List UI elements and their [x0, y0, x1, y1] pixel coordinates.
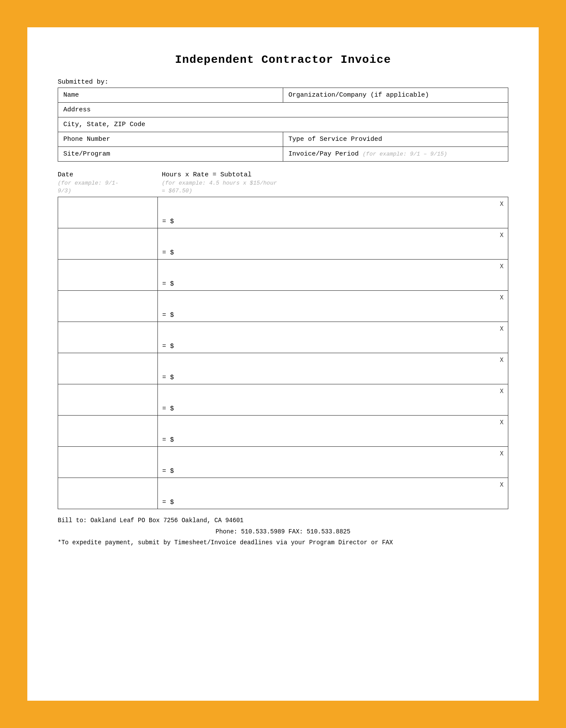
equals-dollar: = $	[162, 405, 174, 413]
column-headers-row: Date Hours x Rate = Subtotal	[58, 171, 508, 179]
field-service-type[interactable]: Type of Service Provided	[283, 132, 508, 147]
field-phone[interactable]: Phone Number	[58, 132, 283, 147]
field-city-state-zip[interactable]: City, State, ZIP Code	[58, 117, 508, 132]
field-address[interactable]: Address	[58, 103, 508, 117]
x-mark: X	[500, 294, 504, 301]
line-items-table: X= $X= $X= $X= $X= $X= $X= $X= $X= $X= $	[58, 197, 508, 509]
x-mark: X	[500, 232, 504, 239]
line-item-row: X= $	[58, 447, 508, 478]
calc-cell-8[interactable]: X= $	[158, 447, 508, 478]
hours-column-header: Hours x Rate = Subtotal	[157, 171, 508, 179]
date-cell-1[interactable]	[58, 228, 158, 260]
line-item-row: X= $	[58, 228, 508, 260]
footer-line3: *To expedite payment, submit by Timeshee…	[58, 537, 508, 548]
date-cell-8[interactable]	[58, 447, 158, 478]
equals-dollar: = $	[162, 312, 174, 319]
calc-cell-1[interactable]: X= $	[158, 228, 508, 260]
x-mark: X	[500, 388, 504, 395]
x-mark: X	[500, 357, 504, 364]
x-mark: X	[500, 325, 504, 332]
equals-dollar: = $	[162, 280, 174, 288]
date-cell-9[interactable]	[58, 478, 158, 509]
line-item-row: X= $	[58, 353, 508, 384]
info-row-phone-service: Phone Number Type of Service Provided	[58, 132, 508, 147]
page-title: Independent Contractor Invoice	[58, 53, 508, 66]
info-row-site-period: Site/Program Invoice/Pay Period (for exa…	[58, 147, 508, 162]
footer-line1: Bill to: Oakland Leaf PO Box 7256 Oaklan…	[58, 515, 508, 526]
date-cell-4[interactable]	[58, 322, 158, 353]
calc-cell-4[interactable]: X= $	[158, 322, 508, 353]
line-item-row: X= $	[58, 322, 508, 353]
info-row-address: Address	[58, 103, 508, 117]
equals-dollar: = $	[162, 218, 174, 225]
line-item-row: X= $	[58, 384, 508, 416]
date-cell-7[interactable]	[58, 416, 158, 447]
equals-dollar: = $	[162, 468, 174, 475]
x-mark: X	[500, 481, 504, 488]
calc-cell-6[interactable]: X= $	[158, 384, 508, 416]
line-item-row: X= $	[58, 260, 508, 291]
date-cell-5[interactable]	[58, 353, 158, 384]
x-mark: X	[500, 419, 504, 426]
equals-dollar: = $	[162, 436, 174, 444]
calc-cell-5[interactable]: X= $	[158, 353, 508, 384]
hours-column-example: (for example: 4.5 hours x $15/hour = $67…	[157, 179, 508, 195]
date-cell-3[interactable]	[58, 291, 158, 322]
x-mark: X	[500, 201, 504, 208]
footer-line2: Phone: 510.533.5989 FAX: 510.533.8825	[58, 526, 508, 537]
field-site-program[interactable]: Site/Program	[58, 147, 283, 162]
x-mark: X	[500, 263, 504, 270]
calc-cell-9[interactable]: X= $	[158, 478, 508, 509]
calc-cell-2[interactable]: X= $	[158, 260, 508, 291]
line-item-row: X= $	[58, 478, 508, 509]
field-invoice-period[interactable]: Invoice/Pay Period (for example: 9/1 – 9…	[283, 147, 508, 162]
calc-cell-3[interactable]: X= $	[158, 291, 508, 322]
date-column-example: (for example: 9/1- 9/3)	[58, 179, 157, 195]
equals-dollar: = $	[162, 343, 174, 350]
invoice-page: Independent Contractor Invoice Submitted…	[26, 26, 540, 702]
date-column-header: Date	[58, 171, 157, 179]
info-row-city: City, State, ZIP Code	[58, 117, 508, 132]
equals-dollar: = $	[162, 499, 174, 506]
equals-dollar: = $	[162, 249, 174, 257]
submitted-by-label: Submitted by:	[58, 78, 508, 86]
calc-cell-7[interactable]: X= $	[158, 416, 508, 447]
column-examples-row: (for example: 9/1- 9/3) (for example: 4.…	[58, 179, 508, 195]
date-cell-0[interactable]	[58, 197, 158, 228]
field-name[interactable]: Name	[58, 88, 283, 103]
calc-cell-0[interactable]: X= $	[158, 197, 508, 228]
line-item-row: X= $	[58, 197, 508, 228]
x-mark: X	[500, 450, 504, 457]
field-org[interactable]: Organization/Company (if applicable)	[283, 88, 508, 103]
date-cell-2[interactable]	[58, 260, 158, 291]
line-item-row: X= $	[58, 291, 508, 322]
equals-dollar: = $	[162, 374, 174, 381]
date-cell-6[interactable]	[58, 384, 158, 416]
info-row-name-org: Name Organization/Company (if applicable…	[58, 88, 508, 103]
info-table: Name Organization/Company (if applicable…	[58, 88, 508, 162]
footer-section: Bill to: Oakland Leaf PO Box 7256 Oaklan…	[58, 515, 508, 548]
line-item-row: X= $	[58, 416, 508, 447]
